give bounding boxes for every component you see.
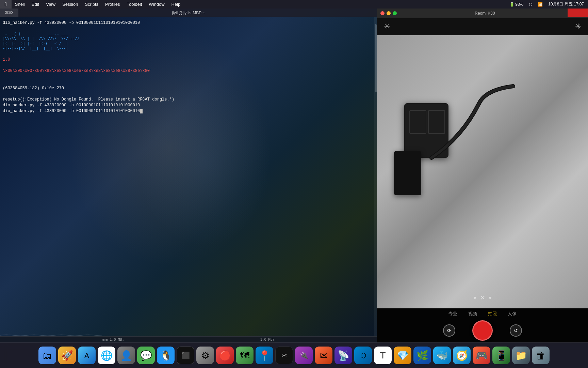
camera-shutter-button[interactable] xyxy=(472,320,493,341)
camera-button-row: ⟳ ↺ xyxy=(443,320,522,341)
menu-edit[interactable]: Edit xyxy=(28,0,43,9)
dock-app-vscode[interactable]: ⬡ xyxy=(354,347,372,364)
menu-scripts[interactable]: Scripts xyxy=(81,0,102,9)
terminal-window: ⌘#2 jiyili@jiyilis-MBP:~ dio_hacker.py -… xyxy=(0,9,377,342)
dock-app-sketch[interactable]: 💎 xyxy=(394,347,411,364)
dock-app-maps[interactable]: 🗺 xyxy=(236,347,254,364)
focus-dot-right xyxy=(489,297,491,299)
dock-app-docker[interactable]: 🐳 xyxy=(433,347,451,364)
menu-view[interactable]: View xyxy=(43,0,59,9)
status-left-text: ⊟ 1.0 MB↓ xyxy=(105,338,124,341)
terminal-bg-art xyxy=(0,9,377,342)
dock-app-typora[interactable]: T xyxy=(374,347,392,364)
dock-app-appstore[interactable]: A xyxy=(78,347,96,364)
terminal-tab-active[interactable]: ⌘#2 xyxy=(0,9,18,17)
dock-app-spark[interactable]: ✉ xyxy=(315,347,332,364)
battery-indicator: 🔋 93% xyxy=(508,2,525,7)
dock-app-amap[interactable]: 📍 xyxy=(256,347,273,364)
dock-app-trash[interactable]: 🗑 xyxy=(532,347,550,364)
dock-app-game[interactable]: 🎮 xyxy=(473,347,490,364)
camera-focus-controls: ✕ xyxy=(474,294,491,302)
focus-x-icon[interactable]: ✕ xyxy=(480,294,485,302)
menu-help[interactable]: Help xyxy=(168,0,184,9)
camera-mode-portrait[interactable]: 人像 xyxy=(506,310,518,318)
dock-app-capcut[interactable]: ✂ xyxy=(275,347,293,364)
close-button[interactable] xyxy=(380,11,385,15)
phone-camera-view: ✕ xyxy=(377,35,588,308)
dock-app-sourcetree[interactable]: 🌿 xyxy=(413,347,431,364)
terminal-statusbar: ⊟ ⊟ 1.0 MB↓ 1.0 MB↑ xyxy=(0,336,377,342)
battery-icon: 🔋 xyxy=(509,2,514,7)
status-right-text: 1.0 MB↑ xyxy=(260,338,275,341)
battery-percent: 93% xyxy=(515,2,523,7)
bluetooth-icon: ⬡ xyxy=(527,2,534,7)
phone-titlebar: Redmi K30 xyxy=(377,9,588,18)
phone-icon-right[interactable]: ✳ xyxy=(575,22,581,31)
status-upload: 1.0 MB↑ xyxy=(260,338,275,341)
focus-dot-left xyxy=(474,297,476,299)
apple-menu[interactable]:  xyxy=(0,0,12,9)
dock-app-settings[interactable]: ⚙ xyxy=(196,347,214,364)
camera-controls: 专业 视频 拍照 人像 ⟳ ↺ xyxy=(377,308,588,342)
camera-mode-pro[interactable]: 专业 xyxy=(447,310,459,318)
phone-top-icons: ✳ ✳ xyxy=(377,18,588,35)
dock-app-finder[interactable]: 🗂 xyxy=(38,347,56,364)
dock-app-magnet[interactable]: 🔴 xyxy=(216,347,234,364)
datetime-display: 10月8日 周五 17:07 xyxy=(547,1,585,7)
camera-mode-photo[interactable]: 拍照 xyxy=(487,310,498,318)
camera-timer-button[interactable]: ⟳ xyxy=(443,324,455,337)
dock: 🗂 🚀 A 🌐 👤 💬 🐧 ⬛ ⚙ 🔴 🗺 📍 ✂ 🔌 ✉ 📡 ⬡ T 💎 🌿 … xyxy=(0,342,588,368)
menu-right: 🔋 93% ⬡ 📶 10月8日 周五 17:07 xyxy=(505,1,588,7)
dock-app-transmit[interactable]: 📡 xyxy=(334,347,352,364)
camera-mode-bar: 专业 视频 拍照 人像 xyxy=(447,310,518,318)
dock-app-launchpad[interactable]: 🚀 xyxy=(58,347,76,364)
dock-app-finder2[interactable]: 📁 xyxy=(512,347,530,364)
dock-app-iterm[interactable]: ⬛ xyxy=(177,347,194,364)
menubar:  Shell Edit View Session Scripts Profil… xyxy=(0,0,588,9)
wifi-icon: 📶 xyxy=(536,2,544,7)
dock-app-safari[interactable]: 🧭 xyxy=(453,347,471,364)
dock-app-contacts[interactable]: 👤 xyxy=(117,347,135,364)
device-main xyxy=(404,103,448,158)
dock-app-wechat[interactable]: 💬 xyxy=(137,347,155,364)
phone-panel-title: Redmi K30 xyxy=(385,11,585,16)
phone-icon-left[interactable]: ✳ xyxy=(384,22,390,31)
dock-app-ftp[interactable]: 🔌 xyxy=(295,347,313,364)
status-download: ⊟ ⊟ 1.0 MB↓ xyxy=(102,338,124,341)
dock-app-qq[interactable]: 🐧 xyxy=(157,347,175,364)
device-secondary xyxy=(394,151,421,195)
menu-profiles[interactable]: Profiles xyxy=(102,0,123,9)
menu-session[interactable]: Session xyxy=(59,0,81,9)
dock-app-chrome[interactable]: 🌐 xyxy=(98,347,115,364)
camera-switch-button[interactable]: ↺ xyxy=(510,324,522,337)
menu-shell[interactable]: Shell xyxy=(12,0,28,9)
menu-toolbelt[interactable]: Toolbelt xyxy=(123,0,145,9)
disk-icon: ⊟ xyxy=(102,338,104,341)
menu-window[interactable]: Window xyxy=(145,0,168,9)
terminal-tab-bar: ⌘#2 xyxy=(0,9,377,17)
dock-app-android[interactable]: 📱 xyxy=(492,347,510,364)
phone-panel: Redmi K30 ✳ ✳ ✕ 专业 视频 拍 xyxy=(377,9,588,342)
camera-mode-video[interactable]: 视频 xyxy=(467,310,478,318)
phone-red-bar xyxy=(568,9,588,17)
